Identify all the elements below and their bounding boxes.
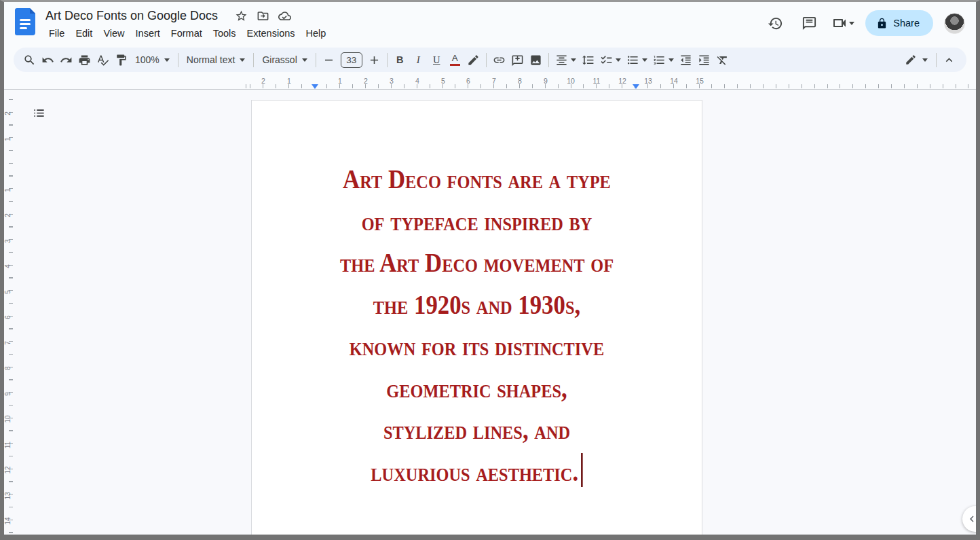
avatar[interactable] (944, 13, 965, 34)
print-button[interactable] (75, 51, 94, 69)
undo-icon (41, 54, 54, 67)
chevron-down-icon (302, 58, 307, 62)
document-page[interactable]: Art Deco fonts are a type of typeface in… (251, 100, 702, 535)
video-call-button[interactable] (831, 15, 854, 31)
line-spacing-button[interactable] (579, 51, 597, 69)
underline-button[interactable]: U (428, 51, 446, 69)
ruler-number: 9 (544, 77, 548, 85)
paint-format-button[interactable] (112, 51, 130, 69)
clear-formatting-button[interactable] (713, 51, 732, 69)
numbered-list-select[interactable] (650, 51, 677, 69)
divider (253, 53, 254, 67)
highlighter-icon (467, 54, 480, 67)
undo-button[interactable] (39, 51, 57, 69)
search-menus-button[interactable] (20, 51, 39, 69)
ruler-number: 11 (4, 442, 12, 449)
ruler-number: 7 (492, 77, 496, 85)
highlight-color-button[interactable] (464, 51, 483, 69)
version-history-button[interactable] (764, 12, 787, 35)
hide-menus-button[interactable] (940, 51, 958, 69)
ruler-number: 13 (644, 77, 652, 85)
ruler-number: 2 (4, 110, 12, 118)
ruler-number: 1 (4, 136, 12, 143)
insert-image-button[interactable] (527, 51, 545, 69)
star-icon[interactable] (234, 9, 248, 23)
decrease-font-size-button[interactable] (320, 51, 338, 69)
chevron-down-icon (616, 58, 621, 62)
increase-indent-button[interactable] (695, 51, 713, 69)
cloud-saved-icon[interactable] (278, 9, 292, 23)
text-line: Art Deco fonts are a type (281, 158, 673, 200)
text-line: of typeface inspired by (281, 200, 673, 242)
ruler-number: 6 (466, 77, 470, 85)
pencil-icon (905, 54, 917, 66)
menu-extensions[interactable]: Extensions (242, 26, 301, 41)
underline-label: U (433, 54, 440, 66)
menu-insert[interactable]: Insert (130, 26, 166, 41)
paragraph-styles-select[interactable]: Normal text (182, 51, 250, 69)
share-button[interactable]: Share (865, 10, 933, 36)
align-center-icon (555, 54, 568, 67)
browser-window: Art Deco Fonts on Google Docs File Edit … (0, 0, 980, 540)
decrease-indent-button[interactable] (677, 51, 695, 69)
ruler-number: 7 (4, 340, 12, 347)
outdent-icon (679, 54, 692, 67)
zoom-value: 100% (135, 54, 159, 65)
chevron-down-icon (164, 58, 170, 62)
show-outline-button[interactable] (29, 103, 49, 123)
search-icon (23, 54, 36, 67)
horizontal-ruler[interactable]: 21123456789101112131415 (4, 75, 976, 90)
bulleted-list-select[interactable] (624, 51, 650, 69)
checklist-select[interactable] (597, 51, 624, 69)
menu-tools[interactable]: Tools (208, 26, 242, 41)
ruler-number: 8 (4, 365, 12, 372)
insert-link-button[interactable] (490, 51, 508, 69)
document-title[interactable]: Art Deco Fonts on Google Docs (43, 8, 221, 24)
editing-mode-select[interactable] (900, 51, 932, 69)
bold-label: B (396, 54, 403, 65)
ruler-number: 13 (4, 492, 12, 500)
document-outline-icon (33, 107, 45, 120)
italic-label: I (417, 54, 420, 66)
font-value: Girassol (262, 54, 297, 65)
divider (936, 53, 937, 67)
checklist-icon (600, 54, 613, 67)
comments-icon (802, 16, 817, 31)
spellcheck-button[interactable] (94, 51, 112, 69)
margin-marker[interactable] (633, 84, 639, 89)
vertical-ruler[interactable]: 211234567891011121314 (4, 90, 14, 535)
divider (316, 53, 316, 67)
text-line: geometric shapes, (281, 367, 673, 410)
google-docs-logo-icon[interactable] (15, 8, 35, 35)
ruler-ticks (241, 84, 976, 88)
align-select[interactable] (552, 51, 579, 69)
zoom-select[interactable]: 100% (130, 51, 174, 69)
ruler-number: 9 (4, 391, 12, 398)
side-panel-icon (966, 513, 978, 525)
text-color-button[interactable]: A (446, 51, 464, 69)
text-color-label: A (452, 54, 458, 63)
clear-formatting-icon (716, 54, 729, 67)
increase-font-size-button[interactable] (365, 51, 383, 69)
menu-file[interactable]: File (43, 26, 70, 41)
menu-help[interactable]: Help (301, 26, 332, 41)
link-icon (493, 54, 506, 67)
menu-format[interactable]: Format (166, 26, 208, 41)
add-comment-icon (511, 54, 524, 67)
font-select[interactable]: Girassol (257, 51, 312, 69)
move-folder-icon[interactable] (256, 9, 270, 23)
numbered-list-icon (653, 54, 666, 67)
redo-icon (60, 54, 73, 67)
menu-view[interactable]: View (98, 26, 130, 41)
margin-marker[interactable] (312, 84, 318, 89)
redo-button[interactable] (57, 51, 75, 69)
menu-edit[interactable]: Edit (70, 26, 98, 41)
ruler-number: 1 (287, 77, 291, 85)
text-line-with-cursor: luxurious aesthetic. (281, 451, 673, 493)
bold-button[interactable]: B (391, 51, 409, 69)
comments-button[interactable] (797, 12, 821, 35)
divider (387, 53, 388, 67)
italic-button[interactable]: I (409, 51, 428, 69)
font-size-input[interactable]: 33 (341, 52, 362, 68)
add-comment-button[interactable] (508, 51, 527, 69)
